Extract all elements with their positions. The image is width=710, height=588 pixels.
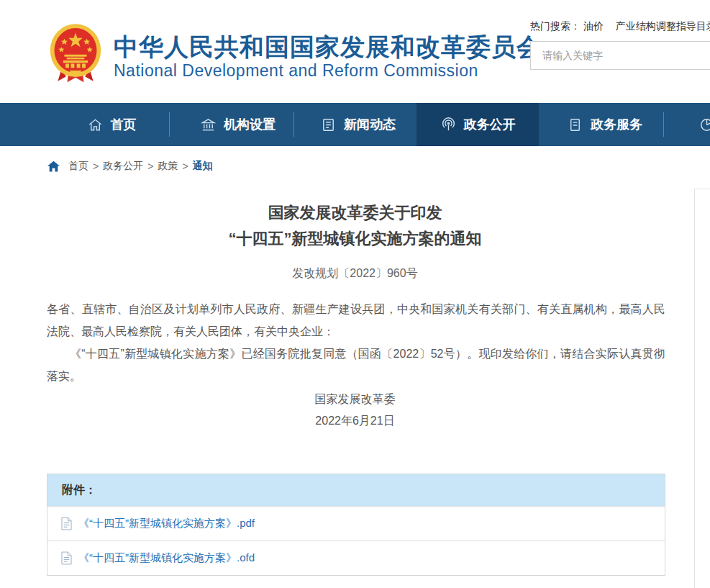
- site-title-block: 中华人民共和国国家发展和改革委员会 National Development a…: [114, 33, 542, 80]
- nav-separator: [293, 112, 294, 137]
- document-paragraph-recipients: 各省、直辖市、自治区及计划单列市人民政府、新疆生产建设兵团，中央和国家机关有关部…: [47, 298, 665, 343]
- attachments-box: 附件： 《“十四五”新型城镇化实施方案》.pdf 《“十四五”新型城镇化实施方案…: [47, 474, 665, 576]
- document-body: 各省、直辖市、自治区及计划单列市人民政府、新疆生产建设兵团，中央和国家机关有关部…: [47, 298, 665, 387]
- document-title-line1: 国家发展改革委关于印发: [0, 200, 710, 226]
- page: 中华人民共和国国家发展和改革委员会 National Development a…: [0, 0, 710, 588]
- attachments-header: 附件：: [47, 474, 665, 506]
- nav-item-data-partial[interactable]: [678, 103, 710, 146]
- breadcrumb-separator: >: [93, 160, 99, 172]
- nav-item-label: 政务服务: [591, 116, 642, 133]
- document-title-line2: “十四五”新型城镇化实施方案的通知: [0, 226, 710, 252]
- pie-chart-icon: [698, 117, 710, 133]
- search-input[interactable]: [531, 42, 710, 69]
- site-header: 中华人民共和国国家发展和改革委员会 National Development a…: [0, 0, 710, 103]
- broadcast-icon: [440, 117, 457, 133]
- site-title-en: National Development and Reform Commissi…: [114, 61, 542, 80]
- document-icon: [567, 117, 583, 133]
- nav-item-news[interactable]: 新闻动态: [302, 103, 414, 146]
- breadcrumb-separator: >: [182, 160, 188, 172]
- breadcrumb-item-policy[interactable]: 政策: [158, 160, 178, 173]
- hot-search-bar: 热门搜索： 油价 产业结构调整指导目录: [530, 20, 710, 33]
- file-icon: [61, 517, 72, 530]
- hot-search-label: 热门搜索：: [530, 20, 581, 32]
- hot-search-term-industry-catalog[interactable]: 产业结构调整指导目录: [616, 20, 710, 32]
- hot-search-term-oil-price[interactable]: 油价: [583, 20, 604, 32]
- nav-item-home[interactable]: 首页: [76, 103, 147, 146]
- right-panel-edge: [694, 189, 710, 588]
- attachment-row-ofd: 《“十四五”新型城镇化实施方案》.ofd: [47, 540, 665, 575]
- document-title: 国家发展改革委关于印发 “十四五”新型城镇化实施方案的通知: [0, 200, 710, 252]
- nav-item-label: 首页: [111, 116, 137, 133]
- national-emblem-logo: [46, 23, 105, 85]
- nav-separator: [169, 112, 170, 137]
- document-date: 2022年6月21日: [0, 410, 710, 432]
- home-icon: [87, 117, 104, 133]
- main-nav: 首页 机构设置 新闻动态 政: [0, 103, 710, 146]
- breadcrumb-separator: >: [147, 160, 153, 172]
- attachment-link-pdf[interactable]: 《“十四五”新型城镇化实施方案》.pdf: [78, 517, 255, 530]
- breadcrumb-item-gov-open[interactable]: 政务公开: [103, 160, 143, 173]
- institution-icon: [200, 117, 217, 133]
- breadcrumb: 首页 > 政务公开 > 政策 > 通知: [47, 160, 213, 173]
- nav-item-label: 政务公开: [464, 116, 516, 133]
- document-signature: 国家发展改革委: [0, 389, 710, 410]
- news-icon: [320, 117, 337, 133]
- nav-item-government-affairs-open[interactable]: 政务公开: [417, 103, 539, 146]
- breadcrumb-item-notice-current: 通知: [193, 160, 213, 173]
- nav-item-government-services[interactable]: 政务服务: [549, 103, 660, 146]
- breadcrumb-home-icon[interactable]: [47, 160, 60, 173]
- document-number: 发改规划〔2022〕960号: [0, 266, 710, 281]
- document-signature-block: 国家发展改革委 2022年6月21日: [0, 389, 710, 432]
- nav-separator: [663, 112, 664, 137]
- nav-item-organization[interactable]: 机构设置: [182, 103, 293, 146]
- attachment-link-ofd[interactable]: 《“十四五”新型城镇化实施方案》.ofd: [78, 551, 255, 565]
- file-icon: [61, 551, 72, 565]
- nav-item-label: 新闻动态: [344, 116, 396, 133]
- site-title-cn: 中华人民共和国国家发展和改革委员会: [114, 33, 542, 60]
- search-box: [530, 41, 710, 70]
- breadcrumb-item-home[interactable]: 首页: [68, 160, 88, 173]
- document-paragraph-main: 《“十四五”新型城镇化实施方案》已经国务院批复同意（国函〔2022〕52号）。现…: [47, 343, 665, 387]
- nav-item-label: 机构设置: [224, 116, 276, 133]
- attachment-row-pdf: 《“十四五”新型城镇化实施方案》.pdf: [47, 506, 665, 540]
